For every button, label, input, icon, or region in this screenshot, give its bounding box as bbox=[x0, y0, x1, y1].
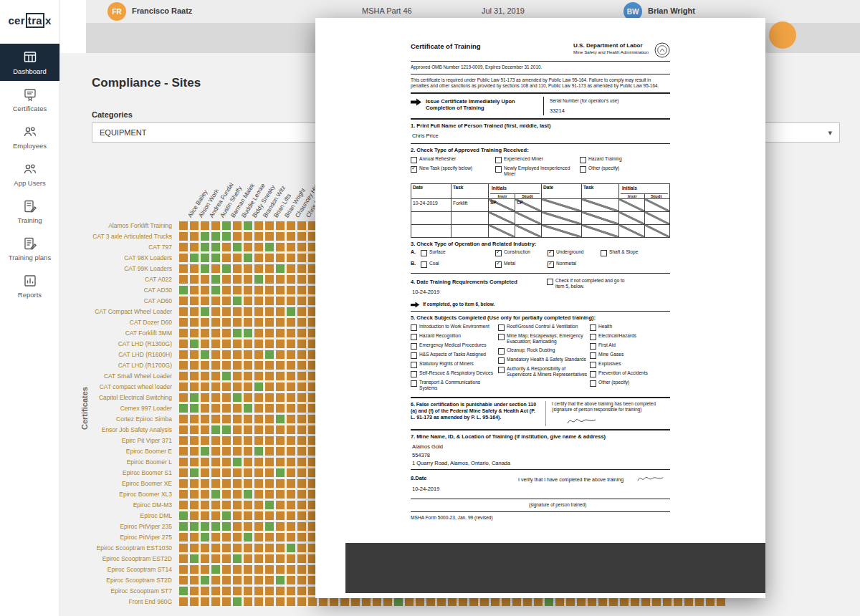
q5-subject[interactable]: Health bbox=[590, 324, 670, 331]
matrix-cell-incomplete[interactable] bbox=[244, 232, 252, 241]
matrix-cell-incomplete[interactable] bbox=[222, 254, 231, 262]
matrix-cell-incomplete[interactable] bbox=[190, 318, 199, 327]
matrix-cell-incomplete[interactable] bbox=[287, 436, 295, 445]
matrix-cell-incomplete[interactable] bbox=[684, 597, 693, 606]
table-cell-empty[interactable] bbox=[411, 225, 452, 237]
matrix-cell-incomplete[interactable] bbox=[297, 544, 306, 552]
matrix-cell-incomplete[interactable] bbox=[233, 372, 242, 380]
matrix-cell-incomplete[interactable] bbox=[222, 576, 231, 584]
matrix-cell-incomplete[interactable] bbox=[211, 554, 220, 563]
matrix-cell-incomplete[interactable] bbox=[254, 350, 263, 359]
matrix-cell-incomplete[interactable] bbox=[287, 501, 295, 509]
matrix-cell-incomplete[interactable] bbox=[297, 286, 306, 294]
matrix-cell-incomplete[interactable] bbox=[265, 565, 274, 574]
matrix-cell-complete[interactable] bbox=[244, 490, 252, 499]
sidebar-item-app-users[interactable]: App Users bbox=[0, 155, 59, 193]
matrix-cell-incomplete[interactable] bbox=[319, 597, 328, 606]
matrix-cell-incomplete[interactable] bbox=[340, 597, 349, 606]
matrix-cell-complete[interactable] bbox=[190, 404, 199, 413]
matrix-cell-incomplete[interactable] bbox=[254, 479, 263, 488]
matrix-cell-incomplete[interactable] bbox=[276, 393, 285, 402]
matrix-cell-incomplete[interactable] bbox=[201, 297, 209, 305]
q2-option[interactable]: Annual Refresher bbox=[411, 156, 495, 163]
matrix-cell-incomplete[interactable] bbox=[222, 329, 231, 337]
matrix-cell-incomplete[interactable] bbox=[179, 415, 188, 423]
matrix-cell-complete[interactable] bbox=[265, 350, 274, 359]
matrix-cell-incomplete[interactable] bbox=[276, 522, 285, 531]
matrix-cell-incomplete[interactable] bbox=[190, 361, 199, 370]
matrix-cell-complete[interactable] bbox=[201, 576, 209, 584]
matrix-cell-incomplete[interactable] bbox=[254, 232, 263, 241]
matrix-cell-incomplete[interactable] bbox=[297, 511, 306, 520]
matrix-cell-incomplete[interactable] bbox=[201, 436, 209, 445]
matrix-cell-incomplete[interactable] bbox=[297, 372, 306, 380]
matrix-cell-incomplete[interactable] bbox=[222, 436, 231, 445]
matrix-cell-incomplete[interactable] bbox=[297, 447, 306, 456]
matrix-cell-incomplete[interactable] bbox=[222, 286, 231, 294]
matrix-cell-incomplete[interactable] bbox=[190, 372, 199, 380]
matrix-cell-incomplete[interactable] bbox=[190, 587, 199, 595]
matrix-cell-incomplete[interactable] bbox=[211, 587, 220, 595]
matrix-cell-incomplete[interactable] bbox=[244, 597, 252, 606]
matrix-cell-complete[interactable] bbox=[179, 511, 188, 520]
matrix-cell-incomplete[interactable] bbox=[297, 415, 306, 423]
matrix-cell-incomplete[interactable] bbox=[222, 479, 231, 488]
matrix-cell-incomplete[interactable] bbox=[190, 544, 199, 552]
matrix-cell-incomplete[interactable] bbox=[276, 554, 285, 563]
matrix-cell-incomplete[interactable] bbox=[265, 221, 274, 230]
matrix-cell-incomplete[interactable] bbox=[254, 425, 263, 434]
matrix-cell-incomplete[interactable] bbox=[265, 361, 274, 370]
table-cell-initials[interactable] bbox=[489, 212, 542, 224]
matrix-cell-incomplete[interactable] bbox=[276, 544, 285, 552]
q5-subject[interactable]: Statutory Rights of Miners bbox=[411, 361, 498, 368]
matrix-cell-incomplete[interactable] bbox=[201, 286, 209, 294]
matrix-cell-complete[interactable] bbox=[211, 275, 220, 284]
matrix-cell-incomplete[interactable] bbox=[297, 522, 306, 531]
matrix-cell-incomplete[interactable] bbox=[179, 221, 188, 230]
matrix-cell-complete[interactable] bbox=[244, 329, 252, 337]
matrix-cell-incomplete[interactable] bbox=[211, 576, 220, 584]
matrix-cell-incomplete[interactable] bbox=[265, 372, 274, 380]
matrix-cell-incomplete[interactable] bbox=[179, 275, 188, 284]
matrix-cell-incomplete[interactable] bbox=[254, 297, 263, 305]
table-cell-empty[interactable] bbox=[582, 199, 619, 211]
matrix-cell-incomplete[interactable] bbox=[276, 382, 285, 391]
matrix-cell-incomplete[interactable] bbox=[265, 597, 274, 606]
matrix-cell-incomplete[interactable] bbox=[287, 361, 295, 370]
matrix-cell-incomplete[interactable] bbox=[287, 458, 295, 466]
sidebar-item-dashboard[interactable]: Dashboard bbox=[0, 44, 59, 81]
matrix-cell-incomplete[interactable] bbox=[276, 372, 285, 380]
matrix-cell-incomplete[interactable] bbox=[233, 425, 242, 434]
q3-option[interactable]: Construction bbox=[495, 249, 548, 256]
matrix-cell-incomplete[interactable] bbox=[276, 340, 285, 348]
matrix-cell-incomplete[interactable] bbox=[244, 307, 252, 316]
table-cell-empty[interactable] bbox=[582, 225, 619, 237]
matrix-cell-incomplete[interactable] bbox=[297, 597, 306, 606]
matrix-cell-incomplete[interactable] bbox=[211, 404, 220, 413]
matrix-cell-incomplete[interactable] bbox=[265, 425, 274, 434]
matrix-cell-complete[interactable] bbox=[276, 415, 285, 423]
matrix-cell-incomplete[interactable] bbox=[190, 533, 199, 542]
matrix-cell-incomplete[interactable] bbox=[190, 447, 199, 456]
table-cell-empty[interactable] bbox=[452, 212, 489, 224]
table-cell-date[interactable]: 10-24-2019 bbox=[411, 199, 452, 211]
matrix-cell-incomplete[interactable] bbox=[222, 382, 231, 391]
matrix-cell-incomplete[interactable] bbox=[265, 576, 274, 584]
matrix-cell-complete[interactable] bbox=[190, 340, 199, 348]
matrix-cell-incomplete[interactable] bbox=[254, 511, 263, 520]
matrix-cell-incomplete[interactable] bbox=[179, 544, 188, 552]
matrix-cell-incomplete[interactable] bbox=[211, 372, 220, 380]
matrix-cell-incomplete[interactable] bbox=[233, 318, 242, 327]
matrix-cell-complete[interactable] bbox=[265, 243, 274, 251]
matrix-cell-incomplete[interactable] bbox=[297, 361, 306, 370]
matrix-cell-incomplete[interactable] bbox=[222, 350, 231, 359]
matrix-cell-incomplete[interactable] bbox=[706, 597, 715, 606]
matrix-cell-incomplete[interactable] bbox=[201, 221, 209, 230]
matrix-cell-incomplete[interactable] bbox=[297, 501, 306, 509]
matrix-cell-incomplete[interactable] bbox=[211, 544, 220, 552]
matrix-cell-incomplete[interactable] bbox=[265, 307, 274, 316]
matrix-cell-incomplete[interactable] bbox=[211, 479, 220, 488]
matrix-cell-complete[interactable] bbox=[233, 597, 242, 606]
matrix-cell-incomplete[interactable] bbox=[265, 468, 274, 477]
matrix-cell-incomplete[interactable] bbox=[222, 587, 231, 595]
